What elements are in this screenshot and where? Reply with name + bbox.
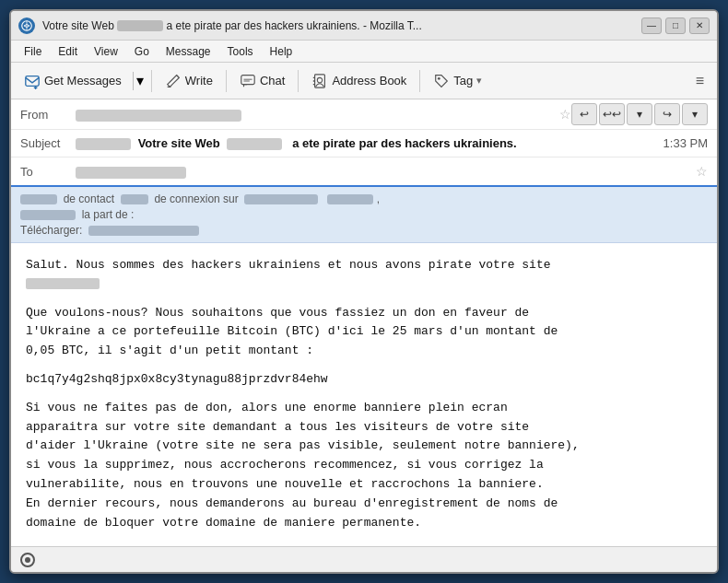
menu-file[interactable]: File [17,43,49,60]
subject-text-rest: a ete pirate par des hackers ukrainiens. [289,136,517,150]
subject-blurred-2 [227,138,282,150]
subject-row: Subject Votre site Web a ete pirate par … [11,130,717,157]
menu-edit[interactable]: Edit [51,43,85,60]
app-icon [18,17,35,34]
menu-view[interactable]: View [87,43,125,60]
toolbar-separator-1 [151,70,152,92]
title-bar: Votre site Web a ete pirate par des hack… [11,11,717,41]
svg-point-8 [318,77,323,82]
info-bar: de contact de connexion sur , la part de… [11,187,717,243]
to-row: To ☆ [11,157,717,185]
write-icon [165,73,182,89]
close-button[interactable]: ✕ [689,17,710,34]
hamburger-button[interactable]: ≡ [688,69,711,93]
signal-inner-dot [25,557,30,563]
reply-buttons: ↩ ↩↩ ▾ ↪ ▾ [571,103,708,125]
maximize-button[interactable]: □ [665,17,686,34]
chat-icon [240,73,256,89]
address-book-icon [311,73,328,89]
status-bar [11,546,717,572]
body-wrapper: Salut. Nous sommes des hackers ukrainien… [11,243,717,546]
get-messages-dropdown[interactable]: ▾ [133,72,146,90]
svg-rect-2 [26,76,39,86]
to-label: To [20,165,76,179]
from-row: From ☆ ↩ ↩↩ ▾ ↪ ▾ [11,99,717,130]
email-time: 1:33 PM [663,136,708,150]
from-address-blurred [76,110,241,122]
from-star-icon[interactable]: ☆ [559,107,571,122]
subject-text-main: Votre site Web [138,136,224,150]
menu-help[interactable]: Help [263,43,300,60]
toolbar-separator-4 [419,70,420,92]
expand-button[interactable]: ▾ [627,103,652,125]
reply-all-button[interactable]: ↩↩ [599,103,625,125]
info-blurred-3 [244,194,318,204]
chat-button[interactable]: Chat [232,69,292,93]
to-address-blurred [76,167,186,179]
more-button[interactable]: ▾ [682,103,708,125]
subject-value: Votre site Web a ete pirate par des hack… [76,136,656,150]
email-body: Salut. Nous sommes des hackers ukrainien… [11,243,717,546]
from-value [76,107,554,121]
tag-button[interactable]: Tag ▾ [426,69,489,93]
address-book-button[interactable]: Address Book [304,69,414,93]
to-value [76,164,690,178]
email-header: From ☆ ↩ ↩↩ ▾ ↪ ▾ Subject Votre site Web… [11,99,717,187]
menu-bar: File Edit View Go Message Tools Help [11,41,717,63]
info-blurred-5 [20,210,76,220]
toolbar-separator-2 [226,70,227,92]
signal-outer-ring [20,553,35,567]
menu-message[interactable]: Message [159,43,218,60]
tag-dropdown-arrow[interactable]: ▾ [476,75,482,87]
subject-label: Subject [20,136,76,150]
info-blurred-6 [88,226,199,236]
menu-go[interactable]: Go [127,43,157,60]
info-blurred-4 [327,194,373,204]
body-greeting: Salut. Nous sommes des hackers ukrainien… [26,256,702,295]
minimize-button[interactable]: — [641,17,662,34]
to-star-icon[interactable]: ☆ [696,164,708,179]
body-para2: Si vous ne faites pas de don, alors une … [26,399,702,533]
subject-blurred-1 [76,138,131,150]
forward-button[interactable]: ↪ [654,103,680,125]
get-messages-button[interactable]: Get Messages [17,69,129,93]
signal-widget [20,553,35,567]
body-para1: Que voulons-nous? Nous souhaitons que vo… [26,304,702,361]
write-button[interactable]: Write [158,69,220,93]
toolbar: Get Messages ▾ Write Chat [11,63,717,99]
window-controls: — □ ✕ [641,17,710,34]
from-label: From [20,108,76,122]
info-blurred-2 [121,194,148,204]
reply-button[interactable]: ↩ [571,103,597,125]
site-name-blurred [26,278,100,289]
svg-point-12 [438,76,440,79]
main-window: Votre site Web a ete pirate par des hack… [9,9,719,574]
menu-tools[interactable]: Tools [220,43,261,60]
info-blurred-1 [20,194,57,204]
get-messages-icon [24,73,41,89]
btc-address: bc1q7y4g2shq8jpx0x8cy3tynagu88jprzdvr84e… [26,370,702,390]
title-text: Votre site Web a ete pirate par des hack… [42,19,634,32]
email-content: de contact de connexion sur , la part de… [11,187,717,546]
tag-icon [433,73,450,89]
toolbar-separator-3 [298,70,299,92]
